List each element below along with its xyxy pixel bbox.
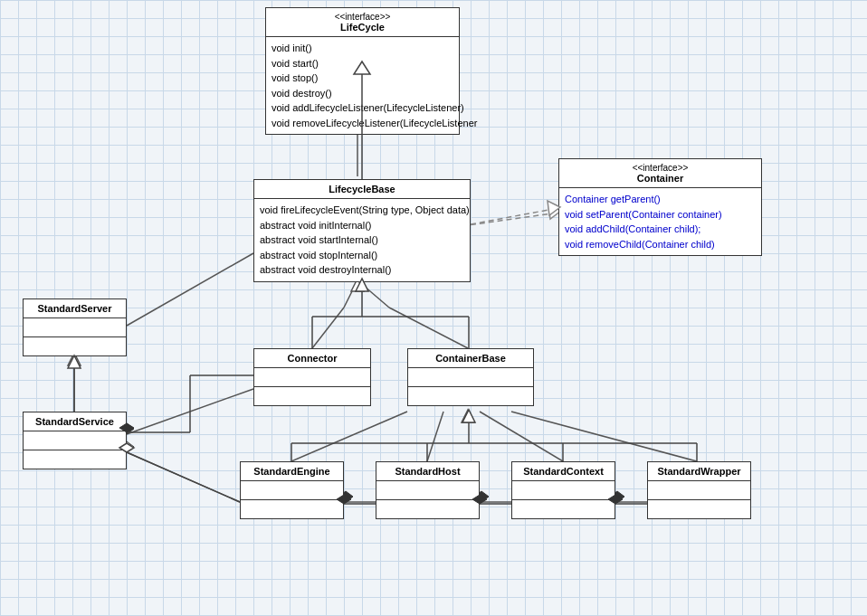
container-box: <<interface>> Container Container getPar… bbox=[558, 158, 762, 256]
svg-line-4 bbox=[312, 308, 344, 348]
svg-line-10 bbox=[427, 412, 443, 461]
standardservice-name: StandardService bbox=[35, 416, 114, 427]
standardservice-section2 bbox=[24, 450, 126, 469]
containerbase-box: ContainerBase bbox=[407, 348, 534, 406]
lifecyclebase-name: LifecycleBase bbox=[329, 184, 395, 194]
standardcontext-header: StandardContext bbox=[512, 462, 615, 481]
standardserver-box: StandardServer bbox=[23, 299, 127, 356]
lifecyclebase-methods: void fireLifecycleEvent(String type, Obj… bbox=[254, 199, 470, 281]
standardwrapper-section1 bbox=[648, 481, 750, 500]
lifecycle-stereotype: <<interface>> bbox=[272, 12, 453, 22]
containerbase-section2 bbox=[408, 387, 533, 405]
containerbase-header: ContainerBase bbox=[408, 349, 533, 368]
container-header: <<interface>> Container bbox=[559, 159, 761, 188]
standardserver-header: StandardServer bbox=[24, 299, 126, 318]
svg-line-6 bbox=[389, 308, 468, 348]
method-addchild: void addChild(Container child); bbox=[565, 222, 756, 237]
standardhost-box: StandardHost bbox=[376, 461, 480, 519]
svg-line-29 bbox=[471, 208, 558, 224]
standardserver-section1 bbox=[24, 318, 126, 337]
method-initinternal: abstract void initInternal() bbox=[260, 218, 464, 233]
container-methods: Container getParent() void setParent(Con… bbox=[559, 188, 761, 255]
method-start: void start() bbox=[272, 56, 453, 71]
lifecycle-methods: void init() void start() void stop() voi… bbox=[266, 37, 459, 134]
method-removechild: void removeChild(Container child) bbox=[565, 237, 756, 252]
connector-section2 bbox=[254, 387, 370, 405]
method-destroy: void destroy() bbox=[272, 86, 453, 101]
standardengine-section1 bbox=[241, 481, 343, 500]
method-setparent: void setParent(Container container) bbox=[565, 207, 756, 223]
standardhost-header: StandardHost bbox=[376, 462, 479, 481]
standardhost-section2 bbox=[376, 500, 479, 518]
svg-marker-13 bbox=[462, 410, 474, 422]
standardwrapper-box: StandardWrapper bbox=[647, 461, 751, 519]
container-stereotype: <<interface>> bbox=[565, 163, 756, 173]
standardengine-box: StandardEngine bbox=[240, 461, 344, 519]
standardcontext-section1 bbox=[512, 481, 615, 500]
standardhost-name: StandardHost bbox=[395, 466, 460, 477]
svg-line-49 bbox=[127, 452, 240, 502]
standardserver-section2 bbox=[24, 337, 126, 355]
svg-marker-42 bbox=[462, 410, 475, 422]
svg-marker-44 bbox=[68, 355, 81, 368]
connector-name: Connector bbox=[288, 353, 338, 364]
lifecycle-name: LifeCycle bbox=[340, 22, 385, 33]
method-firelifecycle: void fireLifecycleEvent(String type, Obj… bbox=[260, 203, 464, 218]
connector-header: Connector bbox=[254, 349, 370, 368]
svg-line-2 bbox=[462, 213, 558, 226]
standardwrapper-header: StandardWrapper bbox=[648, 462, 750, 481]
svg-line-11 bbox=[480, 412, 563, 461]
containerbase-name: ContainerBase bbox=[435, 353, 506, 364]
standardengine-section2 bbox=[241, 500, 343, 518]
standardcontext-box: StandardContext bbox=[511, 461, 615, 519]
lifecycle-header: <<interface>> LifeCycle bbox=[266, 8, 459, 37]
standardwrapper-section2 bbox=[648, 500, 750, 518]
svg-line-7 bbox=[357, 280, 389, 308]
standardservice-section1 bbox=[24, 431, 126, 450]
method-removelifecycle: void removeLifecycleListener(LifecycleLi… bbox=[272, 116, 453, 131]
method-destroyinternal: abstract void destroyInternal() bbox=[260, 262, 464, 278]
standardhost-section1 bbox=[376, 481, 479, 500]
standardservice-box: StandardService bbox=[23, 412, 127, 469]
standardserver-name: StandardServer bbox=[38, 303, 112, 314]
svg-line-9 bbox=[291, 412, 407, 461]
connector-section1 bbox=[254, 368, 370, 387]
svg-line-16 bbox=[127, 389, 253, 434]
connector-box: Connector bbox=[253, 348, 371, 406]
method-getparent: Container getParent() bbox=[565, 192, 756, 207]
standardservice-header: StandardService bbox=[24, 412, 126, 431]
method-startinternal: abstract void startInternal() bbox=[260, 232, 464, 248]
method-stopinternal: abstract void stopInternal() bbox=[260, 248, 464, 263]
standardcontext-name: StandardContext bbox=[523, 466, 604, 477]
lifecyclebase-header: LifecycleBase bbox=[254, 180, 470, 199]
svg-line-20 bbox=[127, 253, 253, 326]
containerbase-section1 bbox=[408, 368, 533, 387]
standardengine-name: StandardEngine bbox=[253, 466, 329, 477]
method-init: void init() bbox=[272, 41, 453, 56]
svg-line-12 bbox=[511, 412, 697, 461]
svg-line-18 bbox=[127, 452, 240, 502]
method-addlifecycle: void addLifecycleListener(LifecycleListe… bbox=[272, 100, 453, 116]
container-name: Container bbox=[637, 173, 683, 184]
standardengine-header: StandardEngine bbox=[241, 462, 343, 481]
svg-line-5 bbox=[344, 280, 357, 308]
lifecycle-box: <<interface>> LifeCycle void init() void… bbox=[265, 7, 460, 135]
standardwrapper-name: StandardWrapper bbox=[657, 466, 740, 477]
lifecyclebase-box: LifecycleBase void fireLifecycleEvent(St… bbox=[253, 179, 471, 282]
standardcontext-section2 bbox=[512, 500, 615, 518]
method-stop: void stop() bbox=[272, 71, 453, 86]
